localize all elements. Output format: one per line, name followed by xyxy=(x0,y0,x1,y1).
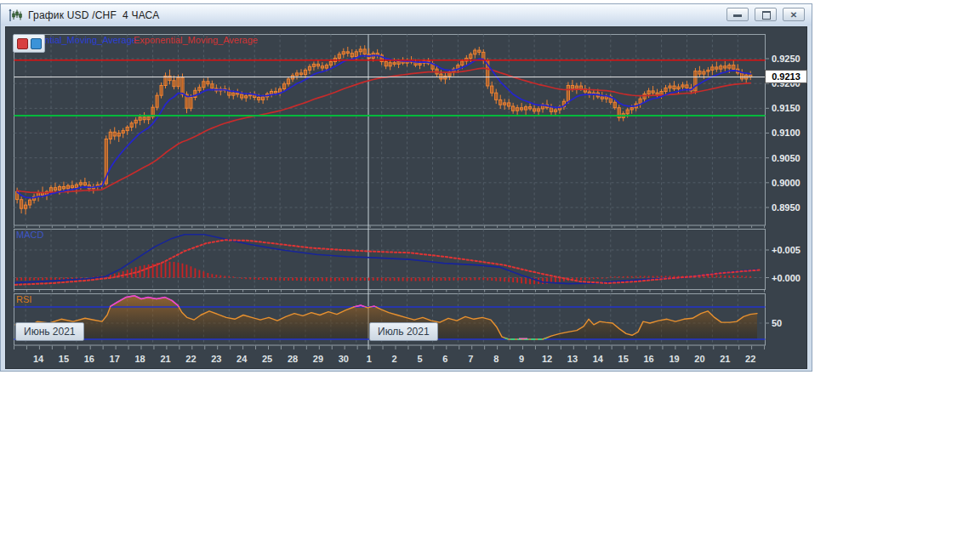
svg-text:16: 16 xyxy=(643,354,653,364)
svg-text:19: 19 xyxy=(669,354,679,364)
price-level-lines[interactable] xyxy=(14,60,766,116)
candles[interactable] xyxy=(16,45,752,214)
svg-text:14: 14 xyxy=(33,354,44,364)
window-controls: ✕ xyxy=(726,8,805,21)
ema-slow-legend-label: Exponential_Moving_Average xyxy=(134,35,258,45)
svg-text:50: 50 xyxy=(772,318,782,328)
desktop: График USD /CHF 4 ЧАСА ✕ 0.92500.92000.9… xyxy=(0,0,980,551)
svg-text:0.9150: 0.9150 xyxy=(772,103,801,113)
svg-text:+0.005: +0.005 xyxy=(772,245,801,255)
ema-red-swatch-icon[interactable] xyxy=(17,38,28,49)
svg-text:15: 15 xyxy=(59,354,69,364)
svg-text:24: 24 xyxy=(236,354,248,364)
svg-text:15: 15 xyxy=(618,354,629,364)
svg-text:8: 8 xyxy=(493,354,499,364)
svg-text:30: 30 xyxy=(339,354,349,364)
svg-text:23: 23 xyxy=(211,354,221,364)
svg-text:22: 22 xyxy=(745,354,755,364)
svg-text:21: 21 xyxy=(720,354,730,364)
svg-text:6: 6 xyxy=(442,354,447,364)
svg-text:16: 16 xyxy=(84,354,94,364)
svg-text:29: 29 xyxy=(313,354,323,364)
svg-text:25: 25 xyxy=(262,354,272,364)
svg-text:0.9250: 0.9250 xyxy=(772,54,801,64)
window-title: График USD /CHF 4 ЧАСА xyxy=(28,9,159,21)
candlestick-chart-icon xyxy=(8,9,23,22)
month-marker-july: Июль 2021 xyxy=(369,322,438,341)
svg-text:20: 20 xyxy=(694,354,704,364)
svg-text:14: 14 xyxy=(593,354,604,364)
maximize-icon xyxy=(762,11,771,20)
svg-text:0.9100: 0.9100 xyxy=(772,128,801,138)
rsi-panel-label: RSI xyxy=(16,294,31,304)
ema-fast-legend-label: Exponential_Moving_Average xyxy=(43,35,137,47)
svg-text:22: 22 xyxy=(185,354,196,364)
price-chart-canvas[interactable]: 0.92500.92000.91500.91000.90500.90000.89… xyxy=(6,27,808,370)
svg-text:5: 5 xyxy=(417,354,422,364)
title-bar[interactable]: График USD /CHF 4 ЧАСА ✕ xyxy=(1,4,812,26)
price-axis-labels: 0.92500.92000.91500.91000.90500.90000.89… xyxy=(766,54,801,328)
svg-text:17: 17 xyxy=(110,354,120,364)
ema-blue-swatch-icon[interactable] xyxy=(31,38,42,49)
svg-text:21: 21 xyxy=(160,354,170,364)
time-axis-labels: 1415161718212223242528293012567891213141… xyxy=(33,354,755,364)
svg-text:1: 1 xyxy=(367,354,372,364)
close-icon: ✕ xyxy=(783,9,804,20)
svg-text:7: 7 xyxy=(468,354,473,364)
svg-text:18: 18 xyxy=(134,354,145,364)
indicator-legend-chip[interactable] xyxy=(13,34,45,53)
svg-text:0.9000: 0.9000 xyxy=(772,178,801,188)
minimize-icon xyxy=(733,14,742,17)
svg-text:28: 28 xyxy=(288,354,298,364)
svg-text:0.8950: 0.8950 xyxy=(772,202,801,213)
macd-panel-label: MACD xyxy=(16,230,43,240)
maximize-button[interactable] xyxy=(755,8,777,21)
svg-text:12: 12 xyxy=(542,354,552,364)
svg-text:0.9050: 0.9050 xyxy=(772,153,801,163)
svg-text:9: 9 xyxy=(519,354,524,364)
chart-client-area[interactable]: 0.92500.92000.91500.91000.90500.90000.89… xyxy=(5,26,807,369)
svg-text:+0.000: +0.000 xyxy=(772,273,801,283)
close-button[interactable]: ✕ xyxy=(783,8,805,21)
chart-window: График USD /CHF 4 ЧАСА ✕ 0.92500.92000.9… xyxy=(0,3,812,372)
current-price-label: 0.9213 xyxy=(765,70,807,83)
svg-text:13: 13 xyxy=(567,354,578,364)
minimize-button[interactable] xyxy=(726,8,749,21)
month-marker-june: Июнь 2021 xyxy=(15,322,84,341)
svg-text:2: 2 xyxy=(392,354,397,364)
